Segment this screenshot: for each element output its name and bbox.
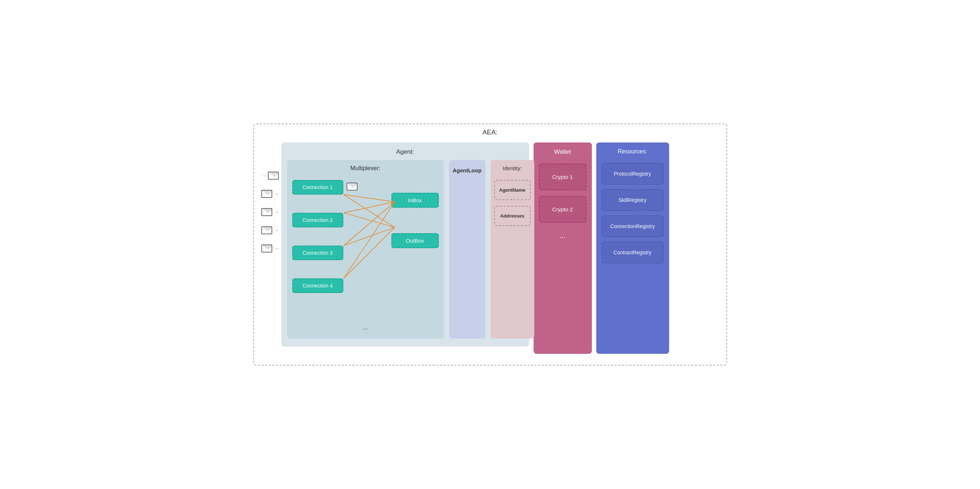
connections-list: Connection 1 Connection 2 Connection 3 C…	[292, 180, 343, 293]
connection-2-button: Connection 2	[292, 213, 343, 227]
multiplexer-label: Multiplexer:	[291, 165, 439, 171]
protocol-registry-item: ProtocolRegistry	[602, 163, 663, 185]
agentloop-box: AgentLoop	[449, 160, 485, 338]
aea-container: AEA: → → → → →	[253, 124, 727, 365]
envelope-icon-top	[268, 171, 279, 179]
svg-line-4	[344, 202, 395, 246]
resources-box: Resources: ProtocolRegistry SkillRegistr…	[596, 143, 669, 354]
svg-line-5	[344, 227, 395, 246]
right-panels: Wallet Crypto 1 Crypto 2 ... Resources: …	[533, 143, 665, 354]
agentloop-label: AgentLoop	[453, 167, 481, 173]
connection-4-button: Connection 4	[292, 278, 343, 293]
crypto-1-item: Crypto 1	[539, 164, 586, 190]
agent-box: Agent: Multiplexer: Connection 1 Connect…	[282, 143, 529, 346]
multiplexer-envelope	[347, 183, 358, 192]
outbox-button: OutBox	[391, 233, 439, 248]
envelope-icon-4	[261, 244, 272, 252]
svg-line-0	[344, 195, 395, 202]
multiplexer-box: Multiplexer: Connection 1 Connection 2 C…	[287, 160, 444, 338]
aea-title: AEA:	[482, 129, 498, 136]
svg-line-1	[344, 195, 395, 227]
envelope-icon-3	[261, 226, 272, 234]
svg-line-7	[344, 227, 395, 278]
envelope-icon-1	[261, 190, 272, 198]
identity-label: Identity:	[503, 165, 522, 171]
svg-line-2	[344, 202, 395, 213]
arrow-icon-3: →	[274, 227, 280, 233]
identity-box: Identity: AgentName Addresses	[490, 160, 534, 338]
agent-inner: Multiplexer: Connection 1 Connection 2 C…	[287, 160, 523, 338]
skill-registry-item: SkillRegistry	[602, 189, 663, 211]
wallet-label: Wallet	[554, 148, 571, 156]
inbox-outbox-group: InBox OutBox	[391, 193, 439, 248]
contract-registry-item: ContractRegistry	[602, 241, 663, 264]
svg-line-3	[344, 213, 395, 227]
inbox-button: InBox	[391, 193, 439, 208]
connection-registry-item: ConnectionRegistry	[602, 215, 663, 237]
agentname-item: AgentName	[494, 180, 531, 200]
crypto-2-item: Crypto 2	[539, 196, 586, 223]
resources-label: Resources:	[618, 148, 647, 155]
connection-3-button: Connection 3	[292, 246, 343, 260]
arrow-icon-2: →	[274, 209, 280, 215]
svg-line-6	[344, 202, 395, 278]
envelope-icon-2	[261, 208, 272, 216]
arrow-icon-4: →	[274, 245, 280, 252]
connection-1-button: Connection 1	[292, 180, 343, 195]
wallet-box: Wallet Crypto 1 Crypto 2 ...	[533, 143, 592, 354]
agent-label: Agent:	[287, 148, 523, 156]
mail-icons-column: → → → → →	[261, 143, 282, 252]
multiplexer-dots: ...	[363, 324, 368, 331]
wallet-dots: ...	[559, 232, 566, 240]
arrow-icon-1: →	[274, 191, 280, 197]
addresses-item: Addresses	[494, 206, 531, 226]
